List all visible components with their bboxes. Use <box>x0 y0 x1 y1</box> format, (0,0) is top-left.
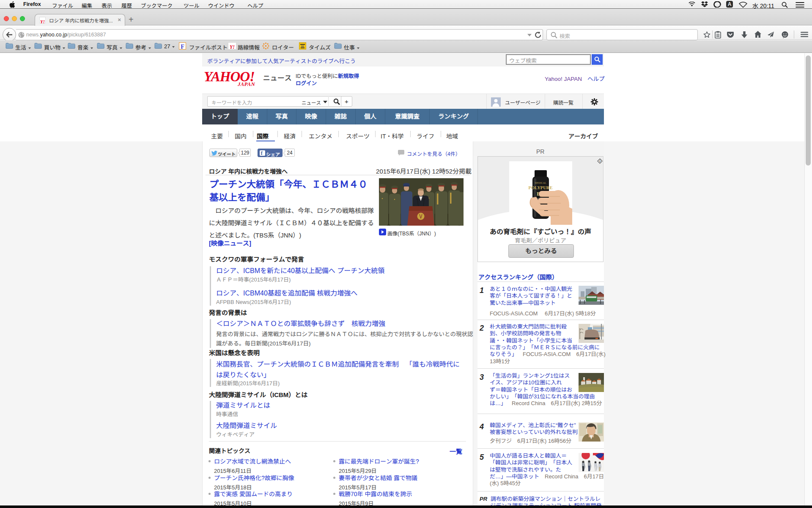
svg-text:POLYPURE: POLYPURE <box>529 185 553 190</box>
svg-text:MEDICAL: MEDICAL <box>535 182 546 184</box>
svg-text:JAPAN: JAPAN <box>237 81 255 87</box>
